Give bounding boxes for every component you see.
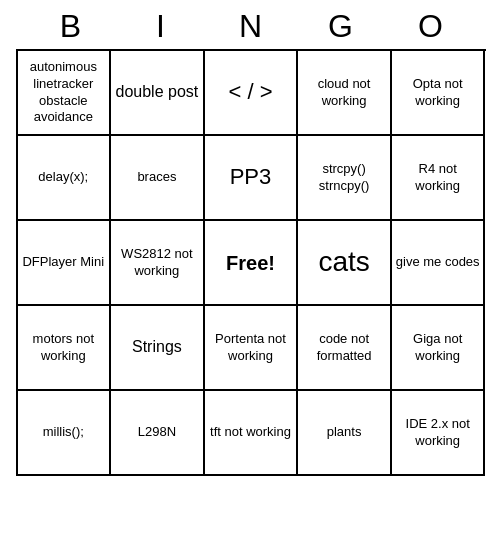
bingo-cell-3: cloud not working: [298, 51, 392, 136]
bingo-cell-16: Strings: [111, 306, 205, 391]
bingo-cell-22: tft not working: [205, 391, 299, 476]
bingo-letter-n: N: [206, 8, 296, 45]
bingo-cell-7: PP3: [205, 136, 299, 221]
bingo-cell-0: autonimous linetracker obstacle avoidanc…: [18, 51, 112, 136]
bingo-cell-18: code not formatted: [298, 306, 392, 391]
bingo-header: BINGO: [0, 0, 501, 49]
bingo-cell-19: Giga not working: [392, 306, 486, 391]
bingo-cell-15: motors not working: [18, 306, 112, 391]
bingo-cell-1: double post: [111, 51, 205, 136]
bingo-cell-12: Free!: [205, 221, 299, 306]
bingo-cell-13: cats: [298, 221, 392, 306]
bingo-cell-17: Portenta not working: [205, 306, 299, 391]
bingo-cell-23: plants: [298, 391, 392, 476]
bingo-cell-8: strcpy() strncpy(): [298, 136, 392, 221]
bingo-letter-b: B: [26, 8, 116, 45]
bingo-cell-11: WS2812 not working: [111, 221, 205, 306]
bingo-cell-10: DFPlayer Mini: [18, 221, 112, 306]
bingo-letter-g: G: [296, 8, 386, 45]
bingo-cell-2: < / >: [205, 51, 299, 136]
bingo-cell-6: braces: [111, 136, 205, 221]
bingo-cell-21: L298N: [111, 391, 205, 476]
bingo-cell-5: delay(x);: [18, 136, 112, 221]
bingo-grid: autonimous linetracker obstacle avoidanc…: [16, 49, 486, 476]
bingo-cell-4: Opta not working: [392, 51, 486, 136]
bingo-cell-9: R4 not working: [392, 136, 486, 221]
bingo-letter-o: O: [386, 8, 476, 45]
bingo-letter-i: I: [116, 8, 206, 45]
bingo-cell-14: give me codes: [392, 221, 486, 306]
bingo-cell-20: millis();: [18, 391, 112, 476]
bingo-cell-24: IDE 2.x not working: [392, 391, 486, 476]
